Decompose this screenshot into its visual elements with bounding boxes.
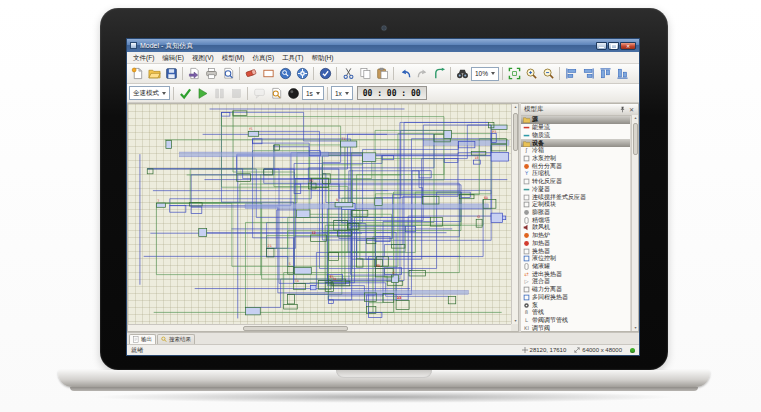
canvas-horizontal-scrollbar[interactable] (128, 324, 511, 331)
new-file-button[interactable] (129, 66, 145, 81)
print-button[interactable] (203, 66, 219, 81)
library-item-14[interactable]: 鼓风机 (521, 224, 630, 232)
menu-help[interactable]: 帮助(H) (307, 52, 337, 63)
panel-scroll-up-icon[interactable]: ▴ (632, 115, 639, 121)
menu-model[interactable]: 模型(M) (218, 52, 249, 63)
eraser-button[interactable] (243, 66, 259, 81)
close-panel-icon[interactable]: ✕ (628, 106, 635, 113)
svg-text:KI: KI (524, 325, 529, 331)
page-background: Model - 真知仿真 文件(F)编辑(E)视图(V)模型(M)仿真(S)工具… (0, 0, 761, 412)
diagram-canvas[interactable]: f212T17P3f122T29f315P18T4f411P2618T35f52… (127, 103, 518, 332)
flowsheet-diagram[interactable]: f212T17P3f122T29f315P18T4f411P2618T35f52… (128, 104, 511, 324)
crosshair-icon (522, 347, 528, 353)
library-item-20[interactable]: ⇄进出换热器 (521, 270, 630, 278)
scroll-up-icon[interactable]: ▴ (512, 104, 519, 110)
menu-view[interactable]: 视图(V) (188, 52, 218, 63)
library-item-11[interactable]: 定制模块 (521, 201, 630, 209)
panel-scrollbar[interactable]: ▴ ▾ (631, 115, 638, 331)
redo-button[interactable] (414, 66, 430, 81)
library-item-15[interactable]: 加热炉 (521, 232, 630, 240)
library-item-2[interactable]: 物质流 (521, 131, 630, 139)
library-group-3[interactable]: 设备 (521, 139, 630, 147)
library-item-27[interactable]: KI调节阀 (521, 324, 630, 331)
align-left-button[interactable] (563, 66, 579, 81)
library-item-label: 冷箱 (532, 147, 544, 155)
library-item-12[interactable]: 膨胀器 (521, 209, 630, 217)
library-item-4[interactable]: ʃ冷箱 (521, 147, 630, 155)
stop-button[interactable] (228, 86, 244, 101)
validate-model-button[interactable] (317, 66, 333, 81)
maximize-button[interactable] (608, 42, 619, 50)
export-button[interactable] (186, 66, 202, 81)
find-binoculars-button[interactable] (454, 66, 470, 81)
shape-rect-button[interactable] (260, 66, 276, 81)
comment-bubble-button[interactable] (251, 86, 267, 101)
library-item-10[interactable]: 连续搅拌釜式反应器 (521, 193, 630, 201)
library-item-label: 压缩机 (532, 170, 550, 178)
align-right-button[interactable] (580, 66, 596, 81)
library-item-label: 带阀调节管线 (532, 317, 568, 325)
menu-file[interactable]: 文件(F) (129, 52, 158, 63)
sim-step-combo[interactable]: 1s (302, 86, 324, 100)
panel-titlebar[interactable]: 模型库 ✕ (521, 104, 638, 116)
zoom-level-combo[interactable]: 10% (471, 67, 499, 81)
window-titlebar[interactable]: Model - 真知仿真 (127, 39, 639, 52)
library-item-21[interactable]: ▷混合器 (521, 278, 630, 286)
horizontal-scroll-thumb[interactable] (243, 326, 348, 331)
library-item-24[interactable]: 泵 (521, 301, 630, 309)
close-button[interactable] (620, 42, 636, 50)
copy-button[interactable] (357, 66, 373, 81)
align-bottom-button[interactable] (614, 66, 630, 81)
library-item-7[interactable]: Y压缩机 (521, 170, 630, 178)
library-item-26[interactable]: L带阀调节管线 (521, 317, 630, 325)
toolbar-separator (327, 87, 328, 100)
run-play-button[interactable] (194, 86, 210, 101)
panel-scroll-down-icon[interactable]: ▾ (632, 325, 639, 331)
library-item-label: 鼓风机 (532, 224, 550, 232)
library-group-0[interactable]: 源 (521, 116, 630, 124)
record-button[interactable] (285, 86, 301, 101)
undo-button[interactable] (397, 66, 413, 81)
pin-icon[interactable] (619, 106, 626, 113)
library-item-17[interactable]: 换热器 (521, 247, 630, 255)
minimize-button[interactable] (596, 42, 607, 50)
library-item-18[interactable]: 液位控制 (521, 255, 630, 263)
tab-search-results[interactable]: 搜索结果 (157, 334, 195, 344)
library-item-16[interactable]: 加热器 (521, 240, 630, 248)
vertical-scroll-thumb[interactable] (513, 113, 518, 151)
save-file-button[interactable] (163, 66, 179, 81)
menu-tools[interactable]: 工具(T) (278, 52, 307, 63)
revert-button[interactable] (431, 66, 447, 81)
library-item-5[interactable]: 水泵控制 (521, 155, 630, 163)
library-item-19[interactable]: 储液罐 (521, 263, 630, 271)
library-item-23[interactable]: 多回程换热器 (521, 294, 630, 302)
canvas-vertical-scrollbar[interactable]: ▴ ▾ (511, 104, 518, 324)
pause-button[interactable] (211, 86, 227, 101)
search-view-button[interactable] (277, 66, 293, 81)
settings-gear-button[interactable] (294, 66, 310, 81)
library-item-6[interactable]: 组分分离器 (521, 162, 630, 170)
inspect-button[interactable] (268, 86, 284, 101)
library-item-25[interactable]: 8管线 (521, 309, 630, 317)
zoom-in-button[interactable] (523, 66, 539, 81)
zoom-out-button[interactable] (540, 66, 556, 81)
confirm-check-button[interactable] (177, 86, 193, 101)
paste-button[interactable] (374, 66, 390, 81)
align-top-button[interactable] (597, 66, 613, 81)
fit-view-button[interactable] (506, 66, 522, 81)
menu-edit[interactable]: 编辑(E) (158, 52, 188, 63)
library-item-8[interactable]: 转化反应器 (521, 178, 630, 186)
library-item-9[interactable]: 冷凝器 (521, 185, 630, 193)
print-preview-button[interactable] (220, 66, 236, 81)
sim-speed-combo[interactable]: 1x (331, 86, 353, 100)
run-mode-combo[interactable]: 全速模式 (129, 86, 170, 100)
panel-scroll-thumb[interactable] (633, 123, 638, 155)
library-item-1[interactable]: 能量流 (521, 124, 630, 132)
tab-output[interactable]: 输出 (129, 334, 156, 344)
menu-simulation[interactable]: 仿真(S) (248, 52, 278, 63)
library-item-13[interactable]: 精馏塔 (521, 216, 630, 224)
open-file-button[interactable] (146, 66, 162, 81)
library-item-22[interactable]: 磁力分离器 (521, 286, 630, 294)
tank-icon (523, 217, 530, 224)
cut-button[interactable] (340, 66, 356, 81)
